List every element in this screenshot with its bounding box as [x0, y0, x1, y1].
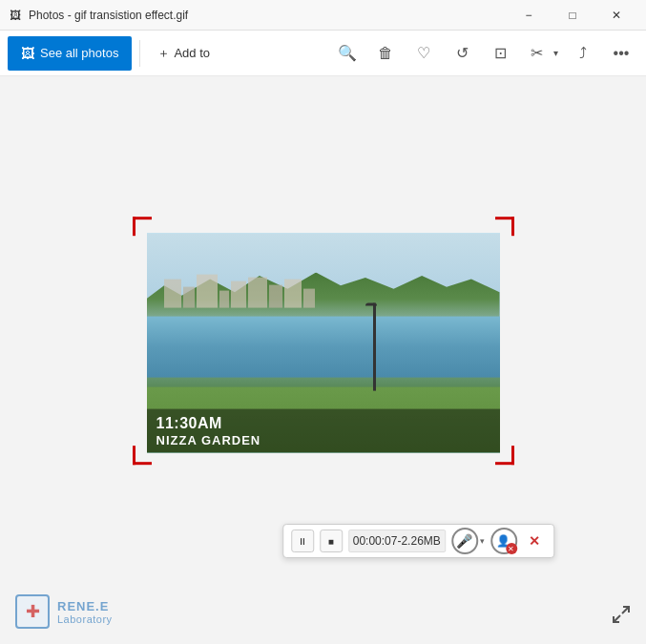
- record-controls: ⏸ ■ 00:00:07-2.26MB 🎤 ▾ 👤 ✕ ✕: [282, 524, 554, 558]
- zoom-in-button[interactable]: 🔍: [330, 36, 365, 71]
- more-options-icon: •••: [614, 45, 630, 62]
- mic-icon: 🎤: [451, 528, 478, 554]
- watermark-icon: ✚: [15, 594, 50, 629]
- svg-line-0: [622, 607, 629, 613]
- pause-button[interactable]: ⏸: [291, 530, 314, 552]
- cam-stop-overlay: ✕: [506, 543, 517, 554]
- add-icon: ＋: [157, 45, 170, 62]
- rotate-icon: ↺: [456, 44, 469, 62]
- share-button[interactable]: ⤴: [566, 36, 600, 71]
- crop-button[interactable]: ⊡: [483, 36, 517, 71]
- watermark-line2: Laboratory: [57, 613, 113, 625]
- water: [147, 316, 500, 377]
- crop-icon: ⊡: [494, 44, 507, 62]
- add-to-label: Add to: [174, 46, 210, 60]
- mic-button[interactable]: 🎤 ▾: [451, 528, 485, 554]
- pause-icon: ⏸: [298, 536, 307, 547]
- rotate-button[interactable]: ↺: [445, 36, 479, 71]
- delete-icon: 🗑: [378, 45, 393, 62]
- main-content: 11:30AM NIZZA GARDEN ⏸ ■ 00:00:07-2.26MB…: [0, 76, 646, 644]
- title-bar: 🖼 Photos - gif transistion effect.gif − …: [0, 0, 646, 31]
- expand-button[interactable]: [612, 605, 631, 629]
- record-close-button[interactable]: ✕: [523, 530, 546, 552]
- add-to-button[interactable]: ＋ Add to: [148, 36, 219, 71]
- watermark-text: RENE.E Laboratory: [57, 599, 113, 625]
- toolbar: 🖼 See all photos ＋ Add to 🔍 🗑 ♡ ↺ ⊡ ✂ ▾ …: [0, 31, 646, 76]
- edit-button[interactable]: ✂: [522, 36, 551, 71]
- edit-button-group[interactable]: ✂ ▾: [521, 35, 562, 72]
- delete-button[interactable]: 🗑: [368, 36, 403, 71]
- zoom-in-icon: 🔍: [338, 44, 357, 62]
- scissors-icon: ✂: [531, 44, 543, 62]
- time-size-display: 00:00:07-2.26MB: [348, 530, 446, 552]
- edit-dropdown-arrow[interactable]: ▾: [551, 48, 561, 58]
- see-all-photos-button[interactable]: 🖼 See all photos: [8, 36, 132, 71]
- see-all-photos-label: See all photos: [40, 46, 118, 60]
- maximize-button[interactable]: □: [551, 0, 594, 31]
- toolbar-divider: [139, 40, 140, 67]
- svg-line-1: [614, 615, 620, 622]
- mic-dropdown-arrow[interactable]: ▾: [480, 536, 485, 546]
- buildings: [164, 263, 482, 307]
- title-bar-left: 🖼 Photos - gif transistion effect.gif: [8, 8, 188, 23]
- minimize-button[interactable]: −: [507, 0, 551, 31]
- close-icon: ✕: [529, 533, 540, 549]
- stop-icon: ■: [328, 536, 334, 547]
- more-options-button[interactable]: •••: [604, 36, 638, 71]
- stop-button[interactable]: ■: [320, 530, 343, 552]
- lamppost: [373, 303, 376, 391]
- window-title: Photos - gif transistion effect.gif: [29, 9, 188, 22]
- watermark: ✚ RENE.E Laboratory: [15, 594, 113, 629]
- heart-icon: ♡: [417, 44, 430, 62]
- like-button[interactable]: ♡: [406, 36, 441, 71]
- cam-button[interactable]: 👤 ✕: [490, 528, 517, 554]
- share-icon: ⤴: [579, 45, 587, 62]
- photo-frame: 11:30AM NIZZA GARDEN: [147, 233, 500, 452]
- title-bar-controls: − □ ✕: [507, 0, 638, 31]
- photos-icon: 🖼: [21, 46, 34, 61]
- plus-icon: ✚: [26, 601, 40, 622]
- app-icon: 🖼: [8, 8, 23, 23]
- photo-overlay: 11:30AM NIZZA GARDEN: [147, 408, 500, 452]
- watermark-line1: RENE.E: [57, 599, 113, 613]
- photo-location: NIZZA GARDEN: [156, 432, 490, 447]
- photo-time: 11:30AM: [156, 414, 490, 431]
- close-button[interactable]: ✕: [594, 0, 638, 31]
